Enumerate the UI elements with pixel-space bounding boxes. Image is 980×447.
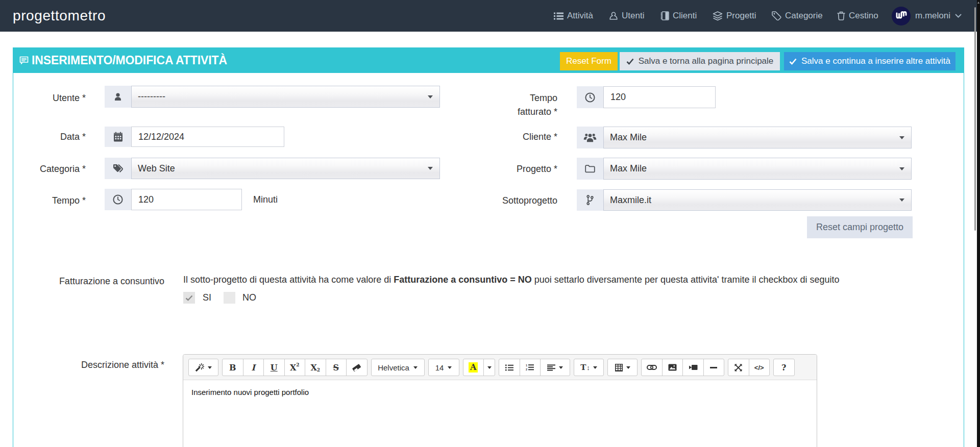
reset-project-fields-button[interactable]: Reset campi progetto — [807, 216, 913, 238]
horizontal-rule-button[interactable] — [703, 359, 725, 376]
label-fatturazione: Fatturazione a consuntivo — [13, 275, 164, 288]
save-and-return-button[interactable]: Salva e torna alla pagina principale — [620, 52, 780, 70]
sottoprogetto-select[interactable]: Maxmile.it — [603, 189, 912, 211]
user-icon — [609, 11, 618, 20]
unordered-list-button[interactable] — [499, 359, 520, 376]
checkbox-no[interactable] — [224, 292, 235, 304]
data-input[interactable] — [131, 127, 284, 147]
underline-icon: U — [271, 363, 278, 373]
clock-icon — [113, 194, 123, 205]
chevron-down-icon — [955, 14, 962, 18]
line-height-icon: T — [580, 363, 586, 372]
nav-item-utenti[interactable]: Utenti — [609, 0, 644, 32]
underline-button[interactable]: U — [263, 359, 285, 376]
help-text-bold: Fatturazione a consuntivo = NO — [394, 275, 532, 285]
video-button[interactable] — [682, 359, 704, 376]
user-menu[interactable]: m.meloni — [892, 0, 962, 32]
scrollbar-arrow — [977, 2, 979, 4]
label-data: Data * — [13, 130, 86, 144]
link-button[interactable] — [641, 359, 663, 376]
window-edge — [977, 0, 980, 447]
categoria-addon — [105, 158, 131, 179]
caret-down-icon — [208, 366, 212, 369]
save-and-continue-button[interactable]: Salva e continua a inserire altre attivi… — [784, 52, 955, 70]
editor-content[interactable]: Inserimento nuovi progetti portfolio — [183, 381, 817, 446]
caret-down-icon — [899, 198, 904, 202]
caret-down-icon — [626, 366, 630, 369]
tempo-input[interactable] — [131, 189, 242, 210]
sottoprogetto-addon — [577, 189, 603, 211]
calendar-icon — [113, 132, 123, 142]
checkbox-si[interactable] — [183, 292, 195, 304]
view-group: </> — [728, 359, 770, 376]
tag-icon — [772, 11, 781, 20]
paragraph-align-dropdown[interactable] — [540, 359, 570, 376]
line-height-dropdown[interactable]: T↕ — [574, 359, 604, 376]
italic-button[interactable]: I — [243, 359, 264, 376]
label-utente: Utente * — [13, 91, 86, 105]
code-icon: </> — [754, 364, 764, 371]
tempo-fatturato-addon — [577, 86, 603, 108]
cliente-select[interactable]: Max Mile — [603, 127, 912, 148]
nav-item-label: Attività — [567, 11, 593, 21]
caret-down-icon — [899, 167, 904, 170]
font-size-dropdown[interactable]: 14 — [428, 359, 459, 376]
clear-format-button[interactable] — [346, 359, 368, 376]
picture-button[interactable] — [662, 359, 683, 376]
checkbox-si-label: SI — [203, 292, 211, 303]
fullscreen-button[interactable] — [728, 359, 749, 376]
trash-icon — [837, 11, 845, 20]
superscript-icon: X — [290, 363, 296, 373]
font-family-dropdown[interactable]: Helvetica — [371, 359, 425, 376]
nav-item-categorie[interactable]: Categorie — [772, 0, 823, 32]
check-icon — [789, 58, 797, 65]
nav-item-clienti[interactable]: Clienti — [660, 0, 697, 32]
progetto-select[interactable]: Max Mile — [603, 158, 912, 180]
scrollbar-thumb[interactable] — [974, 7, 976, 231]
font-style-group: B I U X2 X2 S — [222, 359, 368, 376]
font-color-button[interactable]: A — [463, 359, 484, 376]
superscript-button[interactable]: X2 — [284, 359, 306, 376]
categoria-select[interactable]: Web Site — [131, 158, 440, 179]
nav-menu: Attività Utenti Clienti Progetti Categor… — [0, 0, 977, 32]
data-addon — [105, 127, 131, 147]
nav-item-attivita[interactable]: Attività — [554, 0, 593, 32]
nav-item-progetti[interactable]: Progetti — [713, 0, 756, 32]
username: m.meloni — [915, 11, 950, 21]
updown-arrow-icon: ↕ — [586, 364, 590, 371]
font-color-dropdown[interactable] — [483, 359, 495, 376]
nav-item-label: Cestino — [849, 11, 878, 21]
label-sottoprogetto: Sottoprogetto — [455, 194, 557, 208]
style-group — [188, 359, 218, 376]
subscript-button[interactable]: X2 — [305, 359, 326, 376]
nav-item-label: Progetti — [726, 11, 756, 21]
line-height-group: T↕ — [574, 359, 604, 376]
tempo-addon — [105, 189, 131, 210]
editor-toolbar: B I U X2 X2 S Helvetica 14 A — [183, 355, 817, 380]
help-button[interactable]: ? — [773, 359, 795, 376]
cliente-addon — [577, 127, 603, 148]
sottoprogetto-select-value: Maxmile.it — [610, 190, 651, 210]
code-view-button[interactable]: </> — [749, 359, 770, 376]
subscript-icon: X — [310, 363, 316, 373]
ordered-list-button[interactable]: 12 — [520, 359, 541, 376]
caret-down-icon — [593, 366, 597, 369]
bold-button[interactable]: B — [222, 359, 243, 376]
reset-form-button[interactable]: Reset Form — [560, 52, 618, 70]
table-dropdown[interactable] — [607, 359, 638, 376]
paragraph-group: 12 — [499, 359, 570, 376]
code-fork-icon — [586, 195, 594, 205]
svg-text:2: 2 — [526, 368, 527, 371]
strikethrough-button[interactable]: S — [326, 359, 347, 376]
fatturazione-options: SI NO — [183, 292, 256, 304]
label-categoria: Categoria * — [13, 162, 86, 176]
caret-down-icon — [448, 366, 452, 369]
label-descrizione: Descrizione attività * — [13, 358, 164, 372]
nav-item-cestino[interactable]: Cestino — [837, 0, 878, 32]
magic-style-button[interactable] — [188, 359, 218, 376]
utente-addon — [105, 86, 131, 108]
superscript-digit: 2 — [296, 362, 299, 367]
tempo-fatturato-input[interactable] — [603, 86, 716, 108]
utente-select[interactable]: --------- — [131, 86, 440, 108]
caret-down-icon — [559, 366, 563, 369]
